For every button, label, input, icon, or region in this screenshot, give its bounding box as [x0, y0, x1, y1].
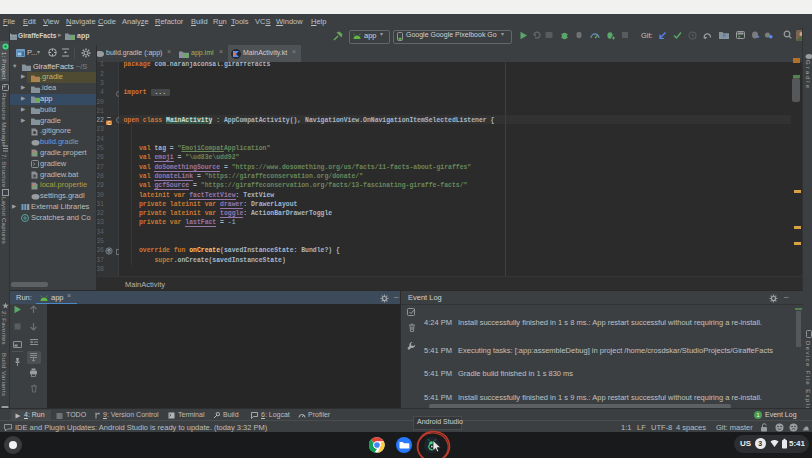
svg-text:1: 1	[756, 412, 759, 418]
